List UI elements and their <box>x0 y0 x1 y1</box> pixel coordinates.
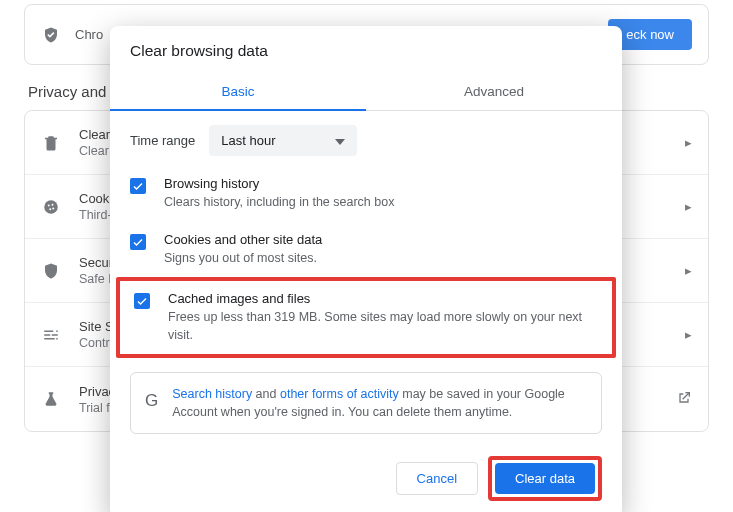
cancel-button[interactable]: Cancel <box>396 462 478 495</box>
chevron-right-icon: ▸ <box>685 199 692 214</box>
svg-point-3 <box>49 208 51 210</box>
trash-icon <box>41 133 61 153</box>
checkbox-browsing-history[interactable] <box>130 178 146 194</box>
time-range-select[interactable]: Last hour <box>209 125 357 156</box>
tab-basic[interactable]: Basic <box>110 74 366 110</box>
svg-point-1 <box>48 204 50 206</box>
shield-icon <box>41 261 61 281</box>
option-browsing-history[interactable]: Browsing history Clears history, includi… <box>110 166 622 222</box>
chevron-right-icon: ▸ <box>685 135 692 150</box>
flask-icon <box>41 389 61 409</box>
option-cached-images[interactable]: Cached images and files Frees up less th… <box>116 277 616 358</box>
option-title: Cookies and other site data <box>164 232 602 247</box>
clear-data-button[interactable]: Clear data <box>495 463 595 494</box>
svg-point-0 <box>44 200 58 214</box>
external-link-icon <box>676 390 692 409</box>
clear-data-highlight: Clear data <box>488 456 602 501</box>
chevron-down-icon <box>335 133 345 148</box>
chevron-right-icon: ▸ <box>685 263 692 278</box>
shield-icon <box>41 25 61 45</box>
tab-bar: Basic Advanced <box>110 74 622 111</box>
account-info-box: G Search history and other forms of acti… <box>130 372 602 434</box>
option-title: Cached images and files <box>168 291 598 306</box>
cookie-icon <box>41 197 61 217</box>
option-sub: Signs you out of most sites. <box>164 250 602 268</box>
search-history-link[interactable]: Search history <box>172 387 252 401</box>
option-sub: Frees up less than 319 MB. Some sites ma… <box>168 309 598 344</box>
tab-advanced[interactable]: Advanced <box>366 74 622 110</box>
dialog-footer: Cancel Clear data <box>110 442 622 501</box>
checkbox-cookies[interactable] <box>130 234 146 250</box>
time-range-label: Time range <box>130 133 195 148</box>
sliders-icon <box>41 325 61 345</box>
other-activity-link[interactable]: other forms of activity <box>280 387 399 401</box>
dialog-title: Clear browsing data <box>110 26 622 74</box>
option-title: Browsing history <box>164 176 602 191</box>
svg-point-2 <box>52 203 54 205</box>
option-cookies[interactable]: Cookies and other site data Signs you ou… <box>110 222 622 278</box>
info-text: Search history and other forms of activi… <box>172 385 587 421</box>
google-icon: G <box>145 389 158 414</box>
svg-point-4 <box>52 207 54 209</box>
option-sub: Clears history, including in the search … <box>164 194 602 212</box>
clear-browsing-data-dialog: Clear browsing data Basic Advanced Time … <box>110 26 622 512</box>
time-range-value: Last hour <box>221 133 275 148</box>
time-range-row: Time range Last hour <box>110 111 622 166</box>
checkbox-cached-images[interactable] <box>134 293 150 309</box>
chevron-right-icon: ▸ <box>685 327 692 342</box>
